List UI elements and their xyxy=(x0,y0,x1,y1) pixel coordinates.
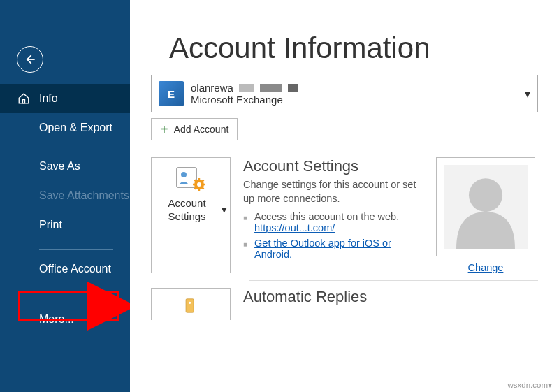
mobile-app-link[interactable]: Get the Outlook app for iOS or Android. xyxy=(254,238,391,260)
backstage-sidebar: Info Open & Export Save As Save Attachme… xyxy=(0,0,130,392)
account-name: olanrewa xyxy=(191,82,233,94)
sidebar-item-info[interactable]: Info xyxy=(0,84,130,113)
automatic-replies-icon xyxy=(177,297,205,314)
bullet-item: Access this account on the web. https://… xyxy=(243,211,421,233)
chevron-down-icon: ▾ xyxy=(222,203,227,217)
sidebar-item-label: Save Attachments xyxy=(39,189,129,202)
sidebar-item-office-account[interactable]: Office Account xyxy=(0,254,130,284)
add-account-label: Add Account xyxy=(174,124,229,135)
account-settings-icon xyxy=(175,166,206,193)
main-panel: Account Information E olanrewa Microsoft… xyxy=(130,0,559,392)
bullet-item: Get the Outlook app for iOS or Android. xyxy=(243,238,421,260)
back-button[interactable] xyxy=(17,46,43,73)
home-icon xyxy=(17,92,31,106)
account-settings-button[interactable]: Account Settings ▾ xyxy=(151,157,231,273)
svg-line-36 xyxy=(202,180,204,182)
svg-line-35 xyxy=(195,187,197,189)
owa-link[interactable]: https://out...t.com/ xyxy=(254,222,335,233)
svg-point-40 xyxy=(189,302,191,304)
section-description: Change settings for this account or set … xyxy=(243,178,421,205)
svg-point-38 xyxy=(469,178,502,212)
svg-point-28 xyxy=(197,182,201,187)
svg-point-26 xyxy=(181,172,187,177)
section-divider xyxy=(249,280,538,281)
automatic-replies-button[interactable] xyxy=(151,288,231,320)
watermark: wsxdn.com▾ xyxy=(507,380,552,390)
dropdown-arrow-icon: ▾ xyxy=(525,87,530,101)
page-title: Account Information xyxy=(169,31,559,65)
sidebar-item-label: Info xyxy=(39,92,58,105)
sidebar-divider xyxy=(39,249,113,250)
avatar-placeholder xyxy=(436,157,535,256)
change-photo-link[interactable]: Change xyxy=(468,262,504,273)
svg-line-34 xyxy=(202,187,204,189)
exchange-icon: E xyxy=(159,81,184,106)
section-title: Automatic Replies xyxy=(243,288,421,306)
section-title: Account Settings xyxy=(243,157,421,175)
plus-icon: + xyxy=(160,122,168,136)
sidebar-item-print[interactable]: Print xyxy=(0,210,130,240)
sidebar-item-label: Print xyxy=(39,219,62,231)
sidebar-item-label: Save As xyxy=(39,160,80,173)
sidebar-item-label: Open & Export xyxy=(39,122,112,134)
sidebar-item-label: More... xyxy=(39,313,74,326)
add-account-button[interactable]: + Add Account xyxy=(151,118,238,140)
sidebar-item-more[interactable]: More... xyxy=(0,305,130,334)
button-label: Account Settings xyxy=(154,197,219,224)
sidebar-item-open-export[interactable]: Open & Export xyxy=(0,113,130,143)
account-type: Microsoft Exchange xyxy=(191,94,298,106)
svg-line-33 xyxy=(195,180,197,182)
bullet-text: Access this account on the web. xyxy=(254,211,399,222)
account-selector[interactable]: E olanrewa Microsoft Exchange ▾ xyxy=(151,75,538,112)
sidebar-item-label: Office Account xyxy=(39,263,111,275)
svg-rect-39 xyxy=(186,299,194,312)
sidebar-divider xyxy=(39,147,113,147)
svg-rect-23 xyxy=(23,100,25,103)
sidebar-item-save-as[interactable]: Save As xyxy=(0,152,130,181)
sidebar-item-save-attachments: Save Attachments xyxy=(0,181,130,210)
